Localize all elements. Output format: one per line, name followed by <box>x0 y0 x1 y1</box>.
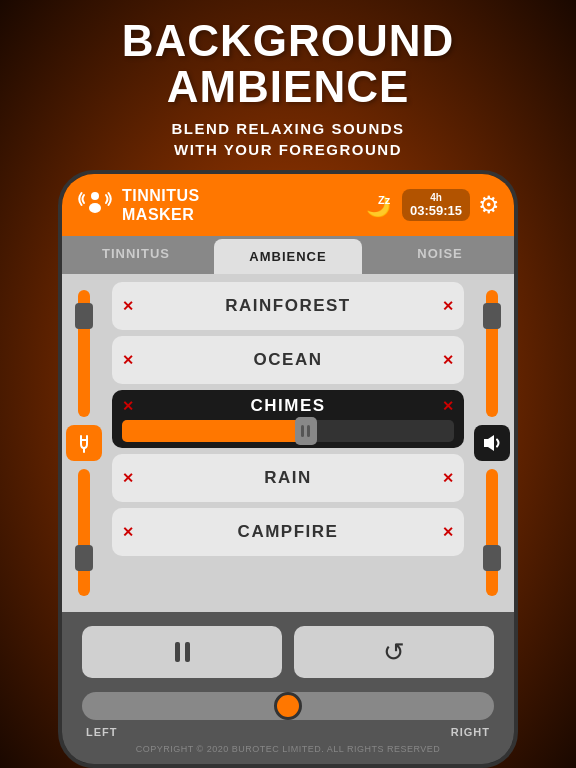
sound-name-chimes: CHIMES <box>142 396 434 416</box>
svg-marker-6 <box>484 435 494 451</box>
main-content: ✕ RAINFOREST ✕ ✕ OCEAN ✕ ✕ CHIMES ✕ <box>62 274 514 612</box>
sound-item-campfire[interactable]: ✕ CAMPFIRE ✕ <box>112 508 464 556</box>
chimes-volume-slider[interactable] <box>122 420 454 442</box>
lr-slider-thumb[interactable] <box>274 692 302 720</box>
control-buttons: ↺ <box>82 626 494 678</box>
svg-text:Zz: Zz <box>378 194 391 206</box>
tab-noise[interactable]: NOISE <box>366 236 514 274</box>
sound-item-ocean[interactable]: ✕ OCEAN ✕ <box>112 336 464 384</box>
chimes-slider-thumb[interactable] <box>295 417 317 445</box>
pause-button[interactable] <box>82 626 282 678</box>
remove-right-chimes[interactable]: ✕ <box>442 398 454 414</box>
timer-value: 03:59:15 <box>410 203 462 218</box>
remove-left-campfire[interactable]: ✕ <box>122 524 134 540</box>
speaker-button[interactable] <box>474 425 510 461</box>
right-slider-area <box>470 274 514 612</box>
tab-bar: TINNITUS AMBIENCE NOISE <box>62 236 514 274</box>
bottom-controls: ↺ LEFT RIGHT COPYRIGHT © 2020 BUROTEC LI… <box>62 612 514 764</box>
remove-left-rain[interactable]: ✕ <box>122 470 134 486</box>
device-frame: TINNITUS MASKER 🌙 Zz 4h 03:59:15 ⚙ TINNI… <box>58 170 518 768</box>
sound-name-campfire: CAMPFIRE <box>142 522 434 542</box>
app-header: TINNITUS MASKER 🌙 Zz 4h 03:59:15 ⚙ <box>62 174 514 236</box>
sound-item-rain[interactable]: ✕ RAIN ✕ <box>112 454 464 502</box>
right-label: RIGHT <box>451 726 490 738</box>
chimes-slider-fill <box>122 420 305 442</box>
reset-button[interactable]: ↺ <box>294 626 494 678</box>
left-slider-thumb-2[interactable] <box>75 545 93 571</box>
header-right-controls: 🌙 Zz 4h 03:59:15 ⚙ <box>366 189 500 221</box>
page-title: BACKGROUND AMBIENCE <box>122 18 455 110</box>
sound-item-chimes-active[interactable]: ✕ CHIMES ✕ <box>112 390 464 448</box>
remove-left-chimes[interactable]: ✕ <box>122 398 134 414</box>
timer-display[interactable]: 4h 03:59:15 <box>402 189 470 221</box>
sleep-icon[interactable]: 🌙 Zz <box>366 191 394 219</box>
sound-name-rain: RAIN <box>142 468 434 488</box>
left-slider-area <box>62 274 106 612</box>
reset-icon: ↺ <box>383 637 405 668</box>
right-slider-thumb-2[interactable] <box>483 545 501 571</box>
left-slider-thumb[interactable] <box>75 303 93 329</box>
page-subtitle: BLEND RELAXING SOUNDS WITH YOUR FOREGROU… <box>122 118 455 160</box>
page-header: BACKGROUND AMBIENCE BLEND RELAXING SOUND… <box>102 0 475 170</box>
svg-point-0 <box>91 192 99 200</box>
tab-ambience[interactable]: AMBIENCE <box>214 239 362 274</box>
remove-left-rainforest[interactable]: ✕ <box>122 298 134 314</box>
remove-right-rain[interactable]: ✕ <box>442 470 454 486</box>
copyright-text: COPYRIGHT © 2020 BUROTEC LIMITED. ALL RI… <box>82 744 494 754</box>
lr-labels: LEFT RIGHT <box>82 724 494 740</box>
sound-name-rainforest: RAINFOREST <box>142 296 434 316</box>
sound-item-rainforest[interactable]: ✕ RAINFOREST ✕ <box>112 282 464 330</box>
app-logo-icon <box>76 184 114 226</box>
remove-right-campfire[interactable]: ✕ <box>442 524 454 540</box>
right-slider-thumb[interactable] <box>483 303 501 329</box>
sound-name-ocean: OCEAN <box>142 350 434 370</box>
remove-left-ocean[interactable]: ✕ <box>122 352 134 368</box>
remove-right-rainforest[interactable]: ✕ <box>442 298 454 314</box>
remove-right-ocean[interactable]: ✕ <box>442 352 454 368</box>
tuning-fork-button[interactable] <box>66 425 102 461</box>
timer-4h-label: 4h <box>430 192 442 203</box>
settings-icon[interactable]: ⚙ <box>478 191 500 219</box>
app-logo-area: TINNITUS MASKER <box>76 184 358 226</box>
lr-balance-slider[interactable] <box>82 692 494 720</box>
tab-tinnitus[interactable]: TINNITUS <box>62 236 210 274</box>
svg-point-1 <box>89 203 101 213</box>
sound-list: ✕ RAINFOREST ✕ ✕ OCEAN ✕ ✕ CHIMES ✕ <box>106 274 470 612</box>
pause-bar-left <box>175 642 180 662</box>
pause-bar-right <box>185 642 190 662</box>
left-label: LEFT <box>86 726 118 738</box>
app-title: TINNITUS MASKER <box>122 186 200 224</box>
